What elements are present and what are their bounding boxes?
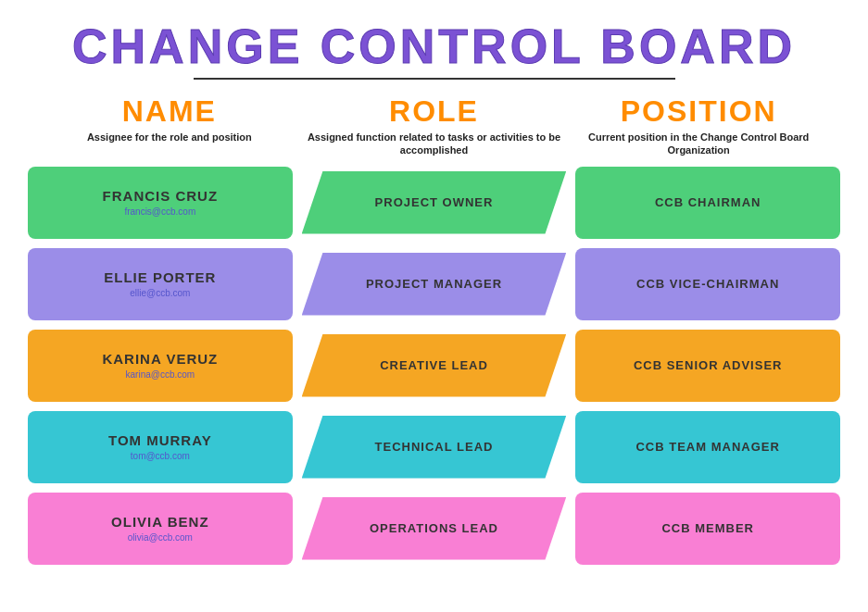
person-email: francis@ccb.com [124,206,195,217]
position-text: CCB TEAM MANAGER [635,440,779,454]
page-title: CHANGE CONTROL BOARD [28,19,840,74]
role-col: OPERATIONS LEAD [302,493,567,565]
position-column-header: POSITION Current position in the Change … [566,94,831,157]
name-column-sub: Assignee for the role and position [37,131,302,144]
position-card: CCB CHAIRMAN [575,167,840,239]
position-card: CCB VICE-CHAIRMAN [575,248,840,320]
position-text: CCB SENIOR ADVISER [634,358,783,372]
role-col: PROJECT MANAGER [302,248,567,320]
position-card: CCB MEMBER [575,493,840,565]
role-text: OPERATIONS LEAD [370,521,498,535]
role-shape: PROJECT OWNER [302,171,567,234]
person-name: ELLIE PORTER [104,269,216,285]
person-email: tom@ccb.com [131,451,190,461]
name-column-header: NAME Assignee for the role and position [37,94,302,157]
role-text: TECHNICAL LEAD [375,440,494,454]
role-column-title: ROLE [302,94,567,129]
role-col: CREATIVE LEAD [302,330,567,402]
name-card: TOM MURRAY tom@ccb.com [28,411,293,483]
column-headers: NAME Assignee for the role and position … [28,94,840,157]
table-row: FRANCIS CRUZ francis@ccb.com PROJECT OWN… [28,167,840,239]
person-name: FRANCIS CRUZ [103,188,219,204]
person-email: olivia@ccb.com [128,532,193,543]
role-column-sub: Assigned function related to tasks or ac… [302,131,567,157]
page: CHANGE CONTROL BOARD NAME Assignee for t… [0,0,868,593]
table-row: OLIVIA BENZ olivia@ccb.com OPERATIONS LE… [28,493,840,565]
person-name: OLIVIA BENZ [111,514,208,530]
role-shape: PROJECT MANAGER [302,253,567,316]
role-shape: CREATIVE LEAD [302,334,567,397]
person-email: karina@ccb.com [126,369,195,380]
person-email: ellie@ccb.com [130,288,190,298]
title-underline [194,78,675,80]
person-name: TOM MURRAY [108,432,212,448]
table-row: ELLIE PORTER ellie@ccb.com PROJECT MANAG… [28,248,840,320]
position-text: CCB CHAIRMAN [655,195,761,209]
table-row: TOM MURRAY tom@ccb.com TECHNICAL LEAD CC… [28,411,840,483]
position-card: CCB TEAM MANAGER [575,411,840,483]
position-text: CCB MEMBER [661,521,754,535]
table-row: KARINA VERUZ karina@ccb.com CREATIVE LEA… [28,330,840,402]
role-text: PROJECT OWNER [375,195,494,209]
name-card: KARINA VERUZ karina@ccb.com [28,330,293,402]
position-text: CCB VICE-CHAIRMAN [636,277,779,291]
position-column-title: POSITION [566,94,831,129]
person-name: KARINA VERUZ [102,351,218,367]
board-grid: FRANCIS CRUZ francis@ccb.com PROJECT OWN… [28,167,840,565]
role-col: TECHNICAL LEAD [302,411,567,483]
role-text: PROJECT MANAGER [366,277,502,291]
role-shape: TECHNICAL LEAD [302,416,567,479]
role-col: PROJECT OWNER [302,167,567,239]
name-column-title: NAME [37,94,302,129]
position-column-sub: Current position in the Change Control B… [566,131,831,157]
role-shape: OPERATIONS LEAD [302,497,567,560]
name-card: ELLIE PORTER ellie@ccb.com [28,248,293,320]
role-column-header: ROLE Assigned function related to tasks … [302,94,567,157]
position-card: CCB SENIOR ADVISER [575,330,840,402]
name-card: OLIVIA BENZ olivia@ccb.com [28,493,293,565]
name-card: FRANCIS CRUZ francis@ccb.com [28,167,293,239]
role-text: CREATIVE LEAD [380,358,488,372]
